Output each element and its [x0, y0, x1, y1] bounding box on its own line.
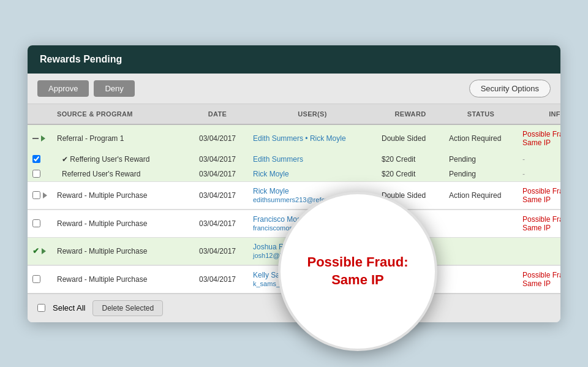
select-all-checkbox[interactable]: [37, 304, 45, 312]
row-group-1: Referral - Program 1 03/04/2017 Edith Su…: [28, 125, 560, 182]
security-options-button[interactable]: Security Options: [469, 80, 551, 97]
table-row-sub2: Referred User's Reward 03/04/2017 Rick M…: [28, 167, 560, 181]
sub1-user: Edith Summers: [248, 153, 377, 165]
sub2-user-link[interactable]: Rick Moyle: [253, 170, 289, 178]
row3-date: 03/04/2017: [187, 218, 248, 230]
sub2-reward: $20 Credit: [377, 168, 444, 180]
row3-checkbox[interactable]: [32, 219, 40, 227]
sub1-checkbox[interactable]: [32, 155, 40, 163]
row5-checkbox[interactable]: [32, 275, 40, 283]
row1-info: Possible Fraud: Same IP: [518, 128, 560, 149]
col-header-info: INFO: [518, 108, 560, 120]
row1-date: 03/04/2017: [187, 132, 248, 145]
row2-checkbox[interactable]: [32, 191, 40, 199]
row5-checkbox-cell: [28, 273, 52, 285]
row2-date: 03/04/2017: [187, 189, 248, 202]
table-row-2: Reward - Multiple Purchase 03/04/2017 Ri…: [28, 182, 560, 209]
table-row: Referral - Program 1 03/04/2017 Edith Su…: [28, 125, 560, 152]
row3-info: Possible Fraud: Same IP: [518, 213, 560, 234]
sub2-status: Pending: [444, 168, 518, 180]
row2-checkbox-cell: [28, 189, 52, 201]
row4-source: Reward - Multiple Purchase: [52, 245, 187, 257]
sub1-date: 03/04/2017: [187, 153, 248, 165]
row4-check-mark: ✔: [32, 246, 39, 255]
sub2-info: -: [518, 168, 560, 180]
sub1-source: ✔ Reffering User's Reward: [52, 153, 187, 165]
sub2-date: 03/04/2017: [187, 168, 248, 180]
toolbar: Approve Deny Security Options: [28, 74, 560, 104]
sub2-user: Rick Moyle: [248, 168, 377, 180]
row4-status: [444, 249, 518, 253]
row5-source: Reward - Multiple Purchase: [52, 273, 187, 286]
col-header-reward: REWARD: [377, 108, 444, 120]
sub1-info: -: [518, 153, 560, 165]
expand-icon-1[interactable]: [41, 135, 45, 142]
window-title: Rewards Pending: [40, 54, 122, 64]
expand-icon-4[interactable]: [42, 248, 46, 254]
magnifier-text: Possible Fraud: Same IP: [281, 241, 435, 301]
row4-date: 03/04/2017: [187, 245, 248, 257]
row1-users: Edith Summers • Rick Moyle: [248, 132, 377, 145]
row2-user-link[interactable]: Rick Moyle: [253, 187, 289, 195]
sub1-checkbox-cell: [28, 153, 52, 165]
row1-checkbox-cell: [28, 134, 52, 143]
row5-status: [444, 278, 518, 281]
sub1-reward: $20 Credit: [377, 153, 444, 165]
expand-icon-2[interactable]: [43, 192, 47, 199]
toolbar-left: Approve Deny: [37, 80, 135, 97]
magnifier-overlay: Possible Fraud: Same IP: [278, 192, 437, 351]
row3-checkbox-cell: [28, 218, 52, 229]
col-header-users: USER(S): [248, 108, 377, 120]
sub2-source: Referred User's Reward: [52, 168, 187, 180]
sub2-checkbox[interactable]: [32, 170, 40, 178]
row3-source: Reward - Multiple Purchase: [52, 218, 187, 230]
row5-info: Possible Fraud: Same IP: [518, 269, 560, 290]
select-all-label: Select All: [53, 303, 85, 312]
row2-info: Possible Fraud: Same IP: [518, 185, 560, 206]
col-header-date: DATE: [187, 108, 248, 120]
table-header: SOURCE & PROGRAM DATE USER(S) REWARD STA…: [28, 104, 560, 125]
row3-status: [444, 222, 518, 225]
col-header-checkbox: [28, 108, 52, 120]
row2-source: Reward - Multiple Purchase: [52, 189, 187, 202]
row5-date: 03/04/2017: [187, 273, 248, 286]
row1-user-link[interactable]: Edith Summers • Rick Moyle: [253, 134, 346, 143]
approve-button[interactable]: Approve: [37, 80, 89, 97]
deny-button[interactable]: Deny: [94, 80, 134, 97]
row4-info: [518, 249, 560, 253]
col-header-source: SOURCE & PROGRAM: [52, 108, 187, 120]
title-bar: Rewards Pending: [28, 45, 560, 74]
table-row-sub1: ✔ Reffering User's Reward 03/04/2017 Edi…: [28, 152, 560, 167]
row1-status: Action Required: [444, 132, 518, 145]
delete-selected-button[interactable]: Delete Selected: [92, 300, 163, 316]
row1-source: Referral - Program 1: [52, 132, 187, 145]
minus-icon: [32, 138, 39, 139]
sub1-status: Pending: [444, 153, 518, 165]
row1-reward: Double Sided: [377, 132, 444, 145]
row2-status: Action Required: [444, 189, 518, 202]
row4-checkbox-cell: ✔: [28, 244, 52, 257]
row-group-2: Reward - Multiple Purchase 03/04/2017 Ri…: [28, 182, 560, 210]
sub1-user-link[interactable]: Edith Summers: [253, 155, 303, 164]
col-header-status: STATUS: [444, 108, 518, 120]
sub2-checkbox-cell: [28, 168, 52, 180]
